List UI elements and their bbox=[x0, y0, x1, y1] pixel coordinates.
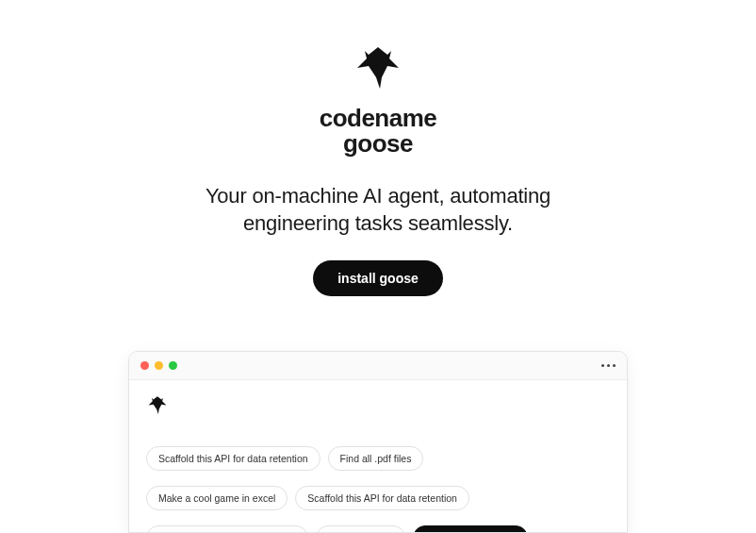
goose-icon bbox=[352, 45, 404, 96]
tagline-line-2: engineering tasks seamlessly. bbox=[205, 209, 551, 238]
brand-line-1: codename bbox=[320, 106, 437, 131]
suggestion-chip[interactable]: Upload a readme to confluence bbox=[146, 525, 308, 533]
dot-icon bbox=[613, 364, 616, 367]
window-menu-button[interactable] bbox=[601, 364, 616, 367]
window-body: Scaffold this API for data retention Fin… bbox=[129, 380, 627, 533]
zoom-icon[interactable] bbox=[169, 361, 177, 370]
suggestion-chip[interactable]: Give me a tour bbox=[316, 525, 405, 533]
close-icon[interactable] bbox=[140, 361, 149, 370]
hero-section: codename goose Your on-machine AI agent,… bbox=[205, 45, 551, 296]
install-button[interactable]: install goose bbox=[313, 260, 443, 296]
dot-icon bbox=[607, 364, 610, 367]
window-traffic-lights bbox=[140, 361, 177, 370]
suggestion-chip[interactable]: Scaffold this API for data retention bbox=[295, 486, 469, 510]
brand-name: codename goose bbox=[320, 106, 437, 158]
dot-icon bbox=[601, 364, 604, 367]
landing-page: codename goose Your on-machine AI agent,… bbox=[0, 0, 756, 533]
app-window: Scaffold this API for data retention Fin… bbox=[128, 351, 628, 533]
suggestion-chip[interactable]: Scaffold this API for data retention bbox=[146, 446, 320, 471]
logo-block: codename goose bbox=[320, 45, 437, 158]
suggestion-chip[interactable]: Find all .pdf files bbox=[328, 446, 424, 471]
suggestion-chip[interactable]: Make a cool game in excel bbox=[146, 486, 288, 510]
tagline: Your on-machine AI agent, automating eng… bbox=[205, 182, 551, 238]
brand-line-2: goose bbox=[320, 131, 437, 157]
goose-icon bbox=[146, 395, 610, 420]
window-titlebar bbox=[129, 352, 627, 380]
tagline-line-1: Your on-machine AI agent, automating bbox=[205, 182, 551, 210]
minimize-icon[interactable] bbox=[155, 361, 163, 370]
suggestion-chip-primary[interactable]: What can goose do? bbox=[413, 525, 528, 533]
suggestion-chips: Scaffold this API for data retention Fin… bbox=[146, 446, 610, 533]
